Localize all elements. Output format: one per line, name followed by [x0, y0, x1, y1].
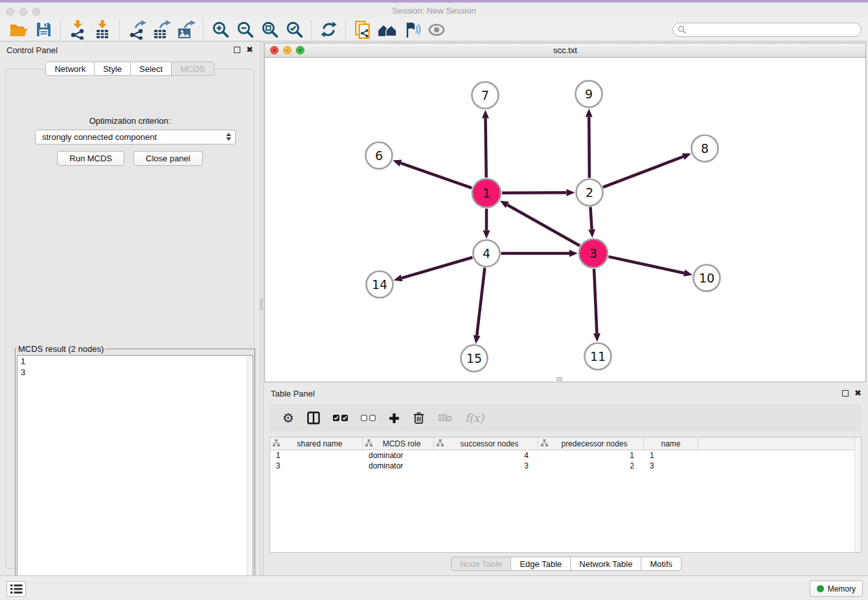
close-panel-button[interactable]: Close panel — [133, 151, 203, 166]
table-cell[interactable]: dominator — [363, 461, 434, 471]
table-cell[interactable]: 1 — [270, 450, 363, 461]
result-line: 1 — [17, 356, 253, 367]
zoom-selected-icon[interactable] — [282, 19, 306, 40]
table-tab-node-table[interactable]: Node Table — [451, 557, 512, 571]
table-cell[interactable]: 2 — [538, 461, 644, 471]
table-cell[interactable]: 1 — [538, 450, 644, 461]
column-header-name[interactable]: name — [644, 437, 698, 450]
close-window-icon[interactable] — [6, 8, 14, 16]
criterion-select[interactable]: strongly connected component — [35, 130, 236, 144]
visual-mapping-icon[interactable] — [400, 19, 424, 40]
delete-table-icon[interactable] — [438, 413, 452, 423]
export-table-icon[interactable] — [149, 19, 174, 40]
open-network-doc-icon[interactable] — [350, 19, 375, 40]
network-window-title: scc.txt — [553, 45, 577, 55]
network-hscroll-nub[interactable] — [556, 377, 562, 381]
edge-2-8[interactable] — [603, 157, 683, 187]
gear-icon[interactable]: ⚙ — [282, 411, 294, 424]
search-input[interactable] — [672, 23, 862, 37]
control-panel-title: Control Panel — [6, 45, 58, 55]
table-cell[interactable]: 1 — [644, 450, 698, 461]
zoom-out-icon[interactable] — [233, 19, 257, 40]
network-minimize-icon[interactable]: − — [283, 46, 291, 54]
edge-3-11[interactable] — [594, 269, 597, 334]
mcds-result-textarea[interactable]: 13 — [17, 355, 253, 590]
memory-label: Memory — [828, 584, 856, 594]
select-all-icon[interactable] — [333, 415, 348, 421]
arrowhead-icon — [394, 275, 403, 282]
edge-1-2[interactable] — [502, 192, 567, 193]
edge-1-7[interactable] — [485, 118, 486, 178]
column-header-label: shared name — [280, 439, 360, 448]
close-panel-icon[interactable]: ✖ — [246, 47, 253, 53]
network-canvas[interactable]: 1234678910111415 — [265, 58, 865, 382]
add-icon[interactable] — [389, 413, 400, 424]
show-networks-icon[interactable] — [375, 19, 400, 40]
import-table-icon[interactable] — [90, 19, 115, 40]
toolbar-separator — [60, 20, 61, 40]
arrowhead-icon — [586, 108, 593, 117]
tab-network[interactable]: Network — [45, 62, 95, 76]
table-cell[interactable]: 3 — [270, 461, 363, 471]
refresh-icon[interactable] — [316, 19, 341, 40]
toolbar-separator — [119, 20, 120, 40]
save-session-icon[interactable] — [31, 19, 56, 40]
network-maximize-icon[interactable]: + — [296, 46, 304, 54]
result-scrollbar[interactable] — [247, 356, 253, 589]
node-label-10: 10 — [699, 271, 714, 285]
table-tab-edge-table[interactable]: Edge Table — [511, 557, 571, 571]
edge-4-14[interactable] — [402, 257, 472, 278]
table-row[interactable]: 1dominator411 — [270, 450, 861, 461]
close-table-panel-icon[interactable]: ✖ — [854, 390, 862, 397]
table-cell[interactable]: 3 — [644, 461, 698, 471]
open-session-icon[interactable] — [6, 19, 31, 40]
minimize-window-icon[interactable] — [19, 8, 27, 16]
node-table[interactable]: shared nameMCDS rolesuccessor nodesprede… — [269, 437, 862, 553]
float-table-panel-icon[interactable] — [842, 390, 849, 397]
show-hide-icon[interactable] — [424, 19, 449, 40]
zoom-in-icon[interactable] — [208, 19, 233, 40]
delete-icon[interactable] — [413, 411, 425, 424]
table-cell[interactable]: 3 — [434, 461, 538, 471]
import-network-icon[interactable] — [65, 19, 90, 40]
node-label-15: 15 — [466, 351, 482, 365]
tab-select[interactable]: Select — [131, 62, 172, 76]
columns-icon[interactable] — [307, 411, 320, 424]
edge-3-10[interactable] — [608, 257, 684, 273]
hierarchy-icon — [541, 439, 548, 448]
table-toolbar: ⚙ — [269, 404, 862, 432]
export-network-icon[interactable] — [124, 19, 149, 40]
table-scrollbar[interactable] — [854, 437, 861, 552]
column-header-MCDS-role[interactable]: MCDS role — [363, 437, 434, 450]
deselect-all-icon[interactable] — [361, 415, 376, 421]
table-tab-motifs[interactable]: Motifs — [641, 557, 681, 571]
search-icon — [678, 25, 687, 37]
window-title: Session: New Session — [392, 6, 475, 16]
export-image-icon[interactable] — [174, 19, 198, 40]
tab-mcds[interactable]: MCDS — [172, 62, 214, 76]
tab-style[interactable]: Style — [95, 62, 131, 76]
float-panel-icon[interactable] — [234, 47, 240, 53]
edge-1-6[interactable] — [401, 163, 472, 188]
memory-button[interactable]: Memory — [810, 581, 863, 597]
network-window-titlebar[interactable]: ✕ − + scc.txt — [265, 43, 865, 58]
table-cell[interactable]: dominator — [363, 450, 434, 461]
task-history-button[interactable] — [6, 581, 26, 597]
column-header-successor-nodes[interactable]: successor nodes — [434, 437, 538, 450]
network-close-icon[interactable]: ✕ — [270, 46, 279, 54]
column-header-predecessor-nodes[interactable]: predecessor nodes — [538, 437, 644, 450]
table-tab-network-table[interactable]: Network Table — [571, 557, 641, 571]
column-header-shared-name[interactable]: shared name — [270, 437, 363, 450]
table-row[interactable]: 3dominator323 — [270, 461, 861, 471]
edge-4-15[interactable] — [477, 268, 485, 335]
edge-2-9[interactable] — [589, 117, 589, 178]
window-controls-inactive[interactable] — [6, 8, 40, 16]
table-cell[interactable]: 4 — [434, 450, 538, 461]
zoom-fit-icon[interactable] — [257, 19, 282, 40]
edge-3-1[interactable] — [507, 205, 580, 246]
function-icon[interactable]: f(x) — [465, 411, 484, 424]
zoom-window-icon[interactable] — [32, 8, 40, 16]
arrowhead-icon — [482, 110, 489, 118]
run-mcds-button[interactable]: Run MCDS — [57, 151, 124, 166]
edge-2-3[interactable] — [590, 207, 591, 229]
